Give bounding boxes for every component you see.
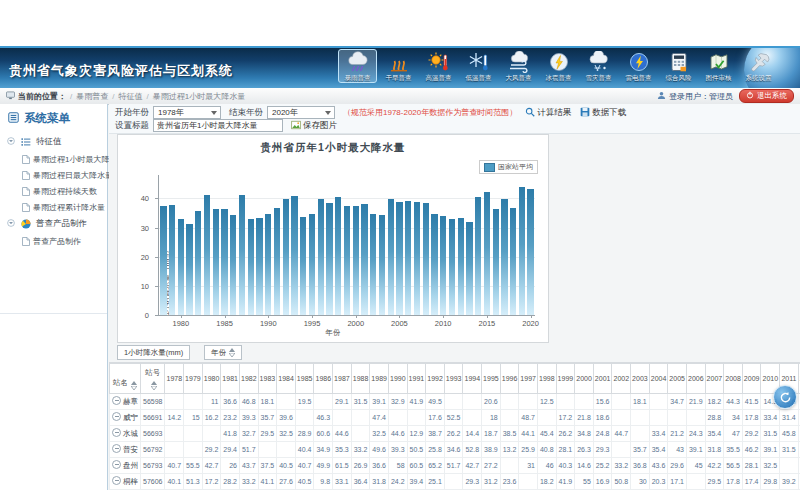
breadcrumb-segment[interactable]: 暴雨普查 (76, 92, 108, 101)
value-cell-57606-1982: 33.2 (239, 474, 258, 490)
station-id-header[interactable]: 站号 (141, 364, 165, 394)
year-header-2001[interactable]: 2001 (593, 364, 612, 394)
toolbar-item-label: 雪灾普查 (581, 73, 615, 81)
toolbar-item-cold[interactable]: 低温普查 (460, 49, 497, 82)
legend-label: 国家站平均 (498, 162, 533, 172)
data-download-button[interactable]: 数据下载 (580, 107, 626, 119)
year-header-1982[interactable]: 1982 (239, 364, 258, 394)
column-dimension-chip[interactable]: 年份 (204, 345, 242, 360)
sort-icons[interactable] (229, 348, 235, 357)
bar-1995 (309, 214, 315, 315)
year-header-1981[interactable]: 1981 (221, 364, 240, 394)
station-name-header[interactable]: 站名 (110, 364, 141, 394)
expand-row-icon[interactable] (112, 428, 121, 437)
value-cell-56792-1992: 25.8 (426, 442, 445, 458)
bar-2018 (510, 208, 516, 315)
value-cell-56693-1989: 32.5 (370, 426, 389, 442)
year-header-1983[interactable]: 1983 (258, 364, 277, 394)
value-cell-56598-1979 (184, 394, 203, 410)
sidebar-item-0-3[interactable]: 暴雨过程累计降水量 (0, 199, 107, 215)
year-header-1999[interactable]: 1999 (556, 364, 575, 394)
logout-button[interactable]: 退出系统 (739, 89, 794, 103)
sort-icons[interactable] (151, 381, 157, 390)
year-header-1987[interactable]: 1987 (333, 364, 352, 394)
value-cell-56691-2005 (668, 410, 687, 426)
station-name-cell[interactable]: 威宁 (110, 410, 141, 426)
toolbar-item-hail[interactable]: 冰雹普查 (540, 49, 577, 82)
expand-row-icon[interactable] (112, 396, 121, 405)
station-name-cell[interactable]: 水城 (110, 426, 141, 442)
toolbar-item-settings[interactable]: 系统设置 (740, 49, 777, 82)
year-header-1991[interactable]: 1991 (407, 364, 426, 394)
year-header-2006[interactable]: 2006 (686, 364, 705, 394)
year-header-1980[interactable]: 1980 (202, 364, 221, 394)
chart-title-input[interactable] (153, 119, 283, 132)
year-header-1992[interactable]: 1992 (426, 364, 445, 394)
toolbar-item-rainstorm[interactable]: 暴雨普查 (338, 49, 377, 83)
year-header-2000[interactable]: 2000 (575, 364, 594, 394)
toolbar-item-drought[interactable]: 干旱普查 (380, 49, 417, 82)
sidebar-item-1-0[interactable]: 普查产品制作 (0, 233, 107, 249)
sort-icons[interactable] (131, 381, 137, 390)
year-header-1979[interactable]: 1979 (184, 364, 203, 394)
floating-refresh-button[interactable] (773, 385, 797, 409)
breadcrumb-segment[interactable]: 特征值 (118, 92, 142, 101)
toolbar-item-map-audit[interactable]: 图件审核 (700, 49, 737, 82)
year-header-2002[interactable]: 2002 (612, 364, 631, 394)
year-header-1996[interactable]: 1996 (500, 364, 519, 394)
sidebar-item-0-0[interactable]: 暴雨过程1小时最大降水量 (0, 151, 107, 167)
breadcrumb-segment[interactable]: 暴雨过程1小时最大降水量 (153, 92, 245, 101)
year-header-1988[interactable]: 1988 (351, 364, 370, 394)
expander-icon[interactable] (7, 137, 18, 147)
year-header-1989[interactable]: 1989 (370, 364, 389, 394)
expand-row-icon[interactable] (112, 444, 121, 453)
station-name-cell[interactable]: 赫章 (110, 394, 141, 410)
end-year-select[interactable]: 2020年 (267, 106, 335, 119)
toolbar-item-lightning[interactable]: 雷电普查 (620, 49, 657, 82)
bar-1998 (335, 197, 341, 315)
year-header-2003[interactable]: 2003 (631, 364, 650, 394)
year-header-1993[interactable]: 1993 (444, 364, 463, 394)
station-name-cell[interactable]: 普安 (110, 442, 141, 458)
expand-row-icon[interactable] (112, 476, 121, 485)
measure-chip[interactable]: 1小时降水量(mm) (117, 345, 190, 360)
sidebar-item-0-2[interactable]: 暴雨过程持续天数 (0, 183, 107, 199)
calc-result-button[interactable]: 计算结果 (525, 107, 571, 119)
year-header-2004[interactable]: 2004 (649, 364, 668, 394)
toolbar-item-snow[interactable]: 雪灾普查 (580, 49, 617, 82)
expand-row-icon[interactable] (112, 412, 121, 421)
toolbar-item-wind[interactable]: 大风普查 (500, 49, 537, 82)
expander-icon[interactable] (7, 219, 18, 229)
year-header-1994[interactable]: 1994 (463, 364, 482, 394)
sidebar-item-0-1[interactable]: 暴雨过程日最大降水量 (0, 167, 107, 183)
year-header-2005[interactable]: 2005 (668, 364, 687, 394)
year-header-1978[interactable]: 1978 (165, 364, 184, 394)
station-id-cell: 56691 (141, 410, 165, 426)
year-header-1998[interactable]: 1998 (537, 364, 556, 394)
toolbar-item-risk[interactable]: 综合风险 (660, 49, 697, 82)
year-header-2008[interactable]: 2008 (724, 364, 743, 394)
year-header-1984[interactable]: 1984 (277, 364, 296, 394)
year-header-1985[interactable]: 1985 (295, 364, 314, 394)
toolbar-item-heat[interactable]: 高温普查 (420, 49, 457, 82)
value-cell-56598-1994 (463, 394, 482, 410)
sidebar-group-0[interactable]: 特征值 (0, 133, 107, 151)
save-image-button[interactable]: 保存图片 (291, 120, 337, 132)
value-cell-57606-1994: 29.3 (463, 474, 482, 490)
x-tick-mark (356, 315, 357, 318)
station-name-cell[interactable]: 盘州 (110, 458, 141, 474)
chart-title: 贵州省历年1小时最大降水量 (118, 141, 548, 155)
year-header-1986[interactable]: 1986 (314, 364, 333, 394)
y-tick-label: 30 (119, 224, 149, 233)
start-year-select[interactable]: 1978年 (153, 106, 221, 119)
chart-title-label: 设置标题 (115, 120, 149, 132)
sidebar-group-1[interactable]: 普查产品制作 (0, 215, 107, 233)
year-header-2007[interactable]: 2007 (705, 364, 724, 394)
expand-row-icon[interactable] (112, 460, 121, 469)
year-header-1990[interactable]: 1990 (388, 364, 407, 394)
year-header-2009[interactable]: 2009 (742, 364, 761, 394)
station-name-cell[interactable]: 桐梓 (110, 474, 141, 490)
year-header-1997[interactable]: 1997 (519, 364, 538, 394)
value-cell-56693-1993: 26.2 (444, 426, 463, 442)
year-header-1995[interactable]: 1995 (482, 364, 501, 394)
